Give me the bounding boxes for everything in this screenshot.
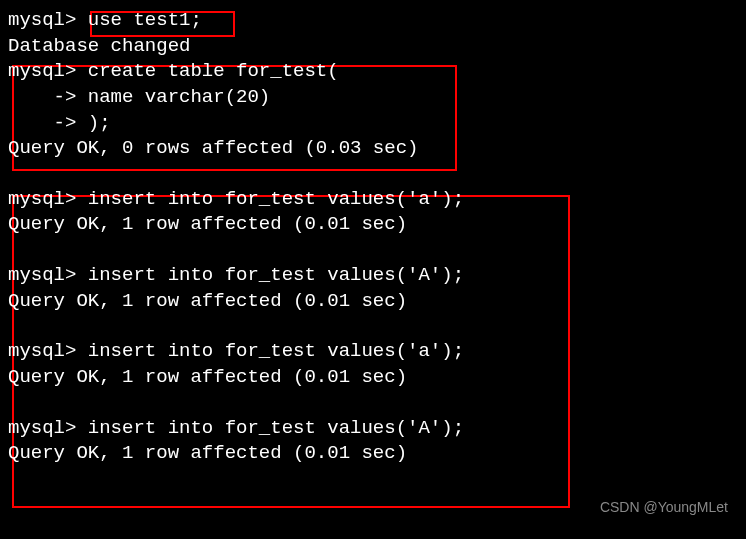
blank-line bbox=[8, 314, 738, 339]
terminal-line: mysql> insert into for_test values('a'); bbox=[8, 187, 738, 213]
terminal-line: mysql> insert into for_test values('A'); bbox=[8, 416, 738, 442]
terminal-line: -> name varchar(20) bbox=[8, 85, 738, 111]
terminal-line: Query OK, 0 rows affected (0.03 sec) bbox=[8, 136, 738, 162]
terminal-line: mysql> insert into for_test values('a'); bbox=[8, 339, 738, 365]
terminal-line: Query OK, 1 row affected (0.01 sec) bbox=[8, 441, 738, 467]
terminal-line: mysql> use test1; bbox=[8, 8, 738, 34]
terminal-line: Query OK, 1 row affected (0.01 sec) bbox=[8, 365, 738, 391]
terminal-line: Database changed bbox=[8, 34, 738, 60]
terminal-line: Query OK, 1 row affected (0.01 sec) bbox=[8, 212, 738, 238]
terminal-line: Query OK, 1 row affected (0.01 sec) bbox=[8, 289, 738, 315]
terminal-line: mysql> create table for_test( bbox=[8, 59, 738, 85]
blank-line bbox=[8, 391, 738, 416]
watermark: CSDN @YoungMLet bbox=[600, 498, 728, 517]
blank-line bbox=[8, 162, 738, 187]
terminal-line: -> ); bbox=[8, 111, 738, 137]
blank-line bbox=[8, 238, 738, 263]
terminal-line: mysql> insert into for_test values('A'); bbox=[8, 263, 738, 289]
terminal-output: mysql> use test1; Database changed mysql… bbox=[8, 8, 738, 467]
